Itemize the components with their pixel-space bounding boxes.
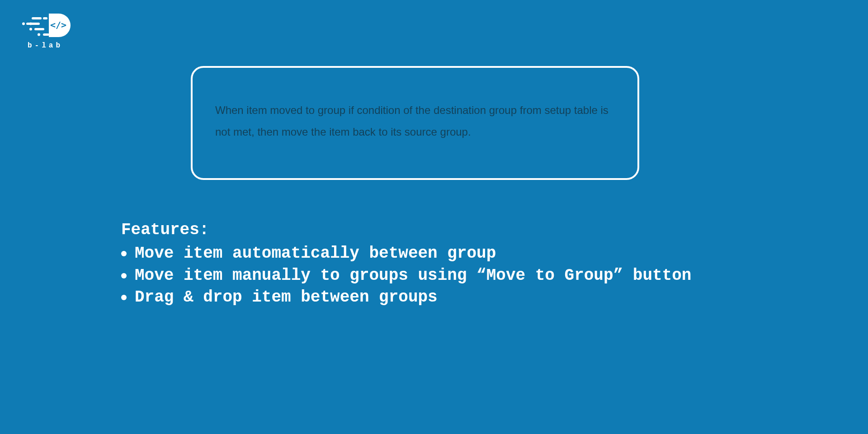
logo-icon: </>: [18, 13, 72, 38]
svg-rect-3: [34, 28, 44, 30]
description-card: When item moved to group if condition of…: [191, 66, 639, 180]
bullet-icon: [121, 273, 127, 278]
svg-point-5: [29, 23, 32, 25]
svg-point-7: [29, 28, 32, 31]
feature-text: Move item automatically between group: [135, 243, 496, 265]
svg-rect-0: [32, 17, 42, 19]
svg-rect-2: [26, 23, 40, 25]
logo: </> b-lab: [18, 13, 72, 50]
list-item: Drag & drop item between groups: [121, 287, 691, 309]
features-section: Features: Move item automatically betwee…: [121, 221, 691, 309]
features-list: Move item automatically between group Mo…: [121, 243, 691, 309]
svg-point-6: [22, 23, 25, 25]
svg-point-8: [38, 33, 40, 36]
feature-text: Move item manually to groups using “Move…: [135, 265, 691, 287]
svg-rect-4: [43, 33, 49, 36]
description-text: When item moved to group if condition of…: [215, 99, 615, 143]
features-heading: Features:: [121, 221, 691, 239]
bullet-icon: [121, 295, 127, 300]
svg-text:</>: </>: [50, 19, 66, 30]
list-item: Move item automatically between group: [121, 243, 691, 265]
bullet-icon: [121, 251, 127, 256]
feature-text: Drag & drop item between groups: [135, 287, 438, 309]
logo-text: b-lab: [28, 42, 63, 50]
list-item: Move item manually to groups using “Move…: [121, 265, 691, 287]
svg-rect-1: [43, 17, 47, 19]
